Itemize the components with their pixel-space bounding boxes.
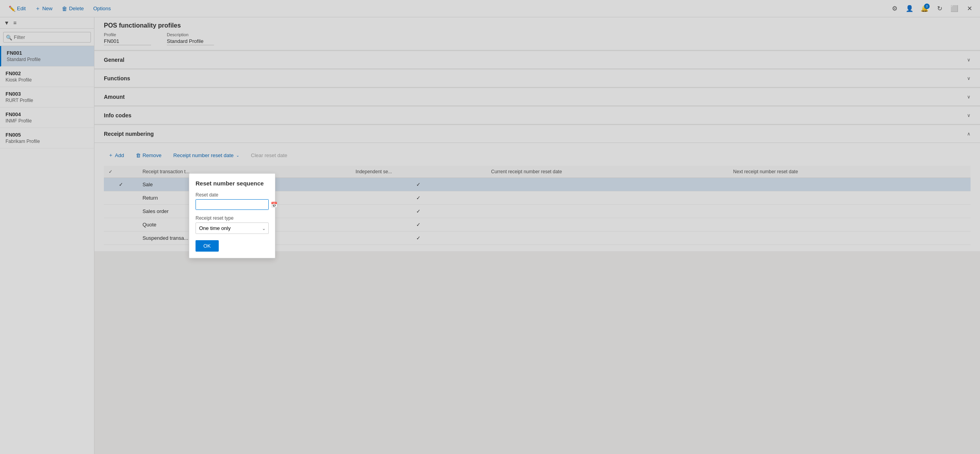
modal-reset-type-label: Receipt reset type — [196, 215, 269, 221]
reset-sequence-modal: Reset number sequence Reset date 📅 Recei… — [189, 173, 275, 258]
calendar-icon[interactable]: 📅 — [268, 200, 280, 209]
modal-reset-type-select[interactable]: One time onlyRecurring — [196, 222, 269, 234]
modal-reset-date-label: Reset date — [196, 192, 269, 198]
modal-select-wrapper: One time onlyRecurring ⌄ — [196, 222, 269, 234]
modal-ok-button[interactable]: OK — [196, 240, 219, 252]
modal-overlay: Reset number sequence Reset date 📅 Recei… — [0, 0, 980, 454]
modal-input-wrapper: 📅 — [196, 199, 269, 210]
modal-date-input[interactable] — [196, 200, 268, 209]
modal-title: Reset number sequence — [196, 180, 269, 187]
